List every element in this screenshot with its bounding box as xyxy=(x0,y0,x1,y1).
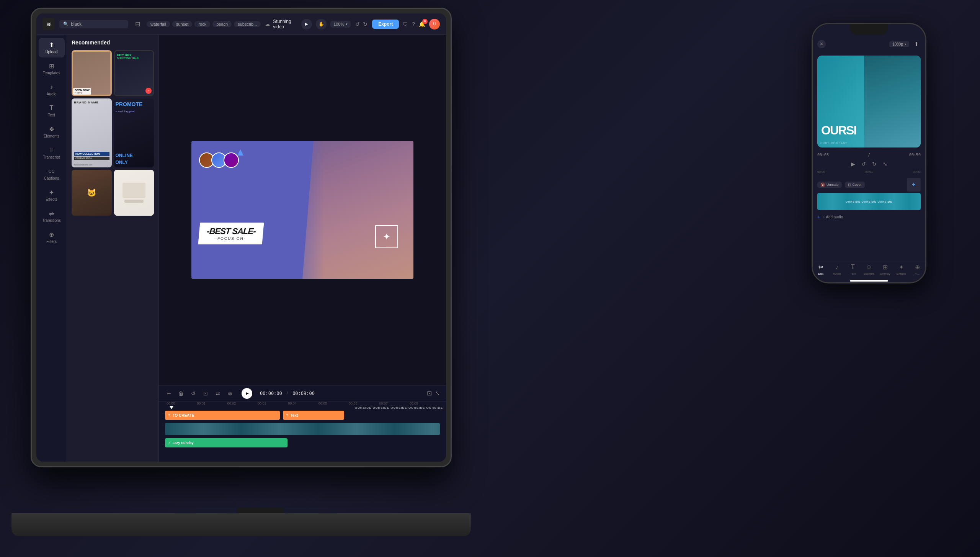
sidebar: ⬆ Upload ⊞ Templates ♪ Audio T xyxy=(36,35,67,462)
zoom-control[interactable]: 100% ▾ xyxy=(330,21,351,28)
template-card-3[interactable]: BRAND NAME NEW COLLECTION COMING SOON ww… xyxy=(72,98,112,167)
phone-redo-button[interactable]: ↻ xyxy=(872,161,877,167)
template-card-4[interactable]: PROMOTE something great ONLINE ONLY xyxy=(114,98,154,167)
templates-grid: OPEN NOW in Spring CITY BOY SHOPPING HAU… xyxy=(72,50,154,216)
add-audio-plus-icon: + xyxy=(817,214,820,220)
phone-close-button[interactable]: ✕ xyxy=(817,40,826,48)
phone-play-button[interactable]: ▶ xyxy=(851,161,855,167)
fit-timeline-button[interactable]: ⊡ xyxy=(427,390,432,397)
project-title-text[interactable]: Stunning video xyxy=(273,19,297,29)
phone-add-audio-button[interactable]: + + Add audio xyxy=(813,212,925,221)
phone-cover-button[interactable]: ⊡ Cover xyxy=(845,182,865,188)
phone-home-indicator xyxy=(850,280,888,282)
delete-button[interactable]: 🗑 xyxy=(177,390,185,397)
sidebar-label-effects: Effects xyxy=(46,197,57,202)
user-avatar[interactable]: U xyxy=(429,19,440,29)
search-input[interactable] xyxy=(71,21,124,27)
phone-video-strip[interactable]: OURSIDE OURSIDE OURSIDE xyxy=(817,193,921,210)
phone-undo-button[interactable]: ↺ xyxy=(861,161,866,167)
sidebar-item-templates[interactable]: ⊞ Templates xyxy=(39,59,65,79)
sidebar-item-text[interactable]: T Text xyxy=(39,101,65,121)
sidebar-item-elements[interactable]: ❖ Elements xyxy=(39,122,65,142)
sidebar-item-upload[interactable]: ⬆ Upload xyxy=(39,38,65,57)
sparkle-selection-box[interactable]: ✦ xyxy=(375,225,398,248)
phone-time-total: 00:50 xyxy=(909,153,921,157)
phone-resolution-text: 1080p xyxy=(892,42,903,46)
phone-preview-sub-text: OURSIDE BRAND xyxy=(820,142,918,144)
tag-sunset[interactable]: sunset xyxy=(172,21,192,27)
phone-ruler-2: 00:02 xyxy=(913,170,921,175)
sidebar-item-audio[interactable]: ♪ Audio xyxy=(39,80,65,100)
phone-nav-overlay[interactable]: ⊞ Overlay xyxy=(877,264,893,275)
filter-button[interactable]: ⊟ xyxy=(133,20,142,29)
video-canvas: -BEST SALE- -FOCUS ON- ✦ xyxy=(191,141,413,279)
sidebar-label-transcript: Transcript xyxy=(43,155,60,160)
phone-unmute-button[interactable]: 🔇 Unmute xyxy=(817,182,842,188)
phone-add-clip-button[interactable]: + xyxy=(907,178,921,192)
phone-nav-label-filters: Fi... xyxy=(915,272,920,275)
search-bar[interactable]: 🔍 xyxy=(59,20,128,28)
timeline-right-controls: ⊡ ⤡ xyxy=(427,390,440,397)
phone-timeline-ruler: 00:00 00:01 00:02 xyxy=(817,170,921,175)
phone-header: ✕ 1080p ▾ ⬆ xyxy=(813,36,925,52)
phone-nav-stickers[interactable]: ☺ Stickers xyxy=(861,264,877,275)
loop-button[interactable]: ↺ xyxy=(189,390,197,397)
phone-fullscreen-button[interactable]: ⤡ xyxy=(883,161,887,167)
overlay-icon: ⊞ xyxy=(883,264,888,271)
preview-play-button[interactable]: ▶ xyxy=(301,19,312,29)
search-icon: 🔍 xyxy=(63,21,69,26)
phone-time-display: 00:03 / 00:50 xyxy=(813,151,925,159)
undo-button[interactable]: ↺ xyxy=(354,20,361,28)
phone-audio-icon: ♪ xyxy=(835,264,838,271)
audio-clip-lazy-sunday[interactable]: ♪ Lazy Sunday xyxy=(165,438,287,447)
sidebar-item-effects[interactable]: ✦ Effects xyxy=(39,185,65,205)
mirror-button[interactable]: ⇄ xyxy=(214,390,222,397)
captions-icon: CC xyxy=(49,167,55,175)
edit-icon: ✂ xyxy=(818,264,823,271)
more-tools-button[interactable]: ⊗ xyxy=(226,390,234,397)
hand-tool-button[interactable]: ✋ xyxy=(316,19,327,29)
export-button[interactable]: Export xyxy=(372,20,399,29)
text-clip-label-2: Text xyxy=(291,413,298,418)
text-clip-text[interactable]: T Text xyxy=(283,411,344,420)
sidebar-item-transcript[interactable]: ≡ Transcript xyxy=(39,143,65,163)
text-clip-to-create[interactable]: T TO CREATE xyxy=(165,411,280,420)
phone-resolution-selector[interactable]: 1080p ▾ xyxy=(889,41,909,47)
phone-video-strip-container: OURSIDE OURSIDE OURSIDE xyxy=(813,193,925,210)
timeline-play-button[interactable]: ▶ xyxy=(242,388,252,399)
timeline-tracks-area: 00:00 00:01 00:02 00:03 00:04 00:05 00:0… xyxy=(159,401,446,452)
phone-nav-label-stickers: Stickers xyxy=(864,272,874,275)
tag-beach[interactable]: beach xyxy=(212,21,232,27)
fullscreen-button[interactable]: ⤡ xyxy=(435,390,440,397)
sidebar-label-audio: Audio xyxy=(47,92,57,97)
phone-share-button[interactable]: ⬆ xyxy=(912,40,921,48)
phone-nav-text[interactable]: T Text xyxy=(845,264,861,275)
sidebar-item-transitions[interactable]: ⇌ Transitions xyxy=(39,206,65,226)
phone-nav-label-effects: Effects xyxy=(897,272,906,275)
phone-body: ✕ 1080p ▾ ⬆ OURSI OU xyxy=(812,23,926,283)
tag-subscribe[interactable]: subscrib... xyxy=(234,21,261,27)
tag-waterfall[interactable]: waterfall xyxy=(147,21,170,27)
sidebar-item-filters[interactable]: ⊕ Filters xyxy=(39,228,65,247)
laptop-container: ≋ 🔍 ⊟ waterfall sunset rock beach xyxy=(31,8,490,536)
phone-nav-effects[interactable]: ✦ Effects xyxy=(893,264,909,275)
sidebar-item-captions[interactable]: CC Captions xyxy=(39,164,65,184)
sidebar-label-upload: Upload xyxy=(46,50,58,54)
tag-rock[interactable]: rock xyxy=(194,21,210,27)
crop-button[interactable]: ⊡ xyxy=(202,390,209,397)
notification-bell[interactable]: 🔔 xyxy=(419,21,425,27)
template-card-2[interactable]: CITY BOY SHOPPING HAUL ✓ xyxy=(114,50,154,96)
phone-nav-edit[interactable]: ✂ Edit xyxy=(813,264,829,275)
best-sale-banner[interactable]: -BEST SALE- -FOCUS ON- xyxy=(198,223,264,244)
phone-preview-main-text: OURSI xyxy=(821,125,856,136)
phone-effects-icon: ✦ xyxy=(899,264,904,271)
phone-nav-filters[interactable]: ⊕ Fi... xyxy=(909,264,925,275)
redo-button[interactable]: ↻ xyxy=(362,20,368,28)
split-tool-button[interactable]: ⊢ xyxy=(165,390,173,397)
template-card-5[interactable]: 🐱 xyxy=(72,170,112,216)
template-card-6[interactable] xyxy=(114,170,154,216)
template-card-1[interactable]: OPEN NOW in Spring xyxy=(72,50,112,96)
phone-nav-audio[interactable]: ♪ Audio xyxy=(829,264,845,275)
video-track[interactable]: OURSIDE OURSIDE OURSIDE OURSIDE OURSIDE xyxy=(165,423,440,435)
phone-notch xyxy=(850,24,888,35)
